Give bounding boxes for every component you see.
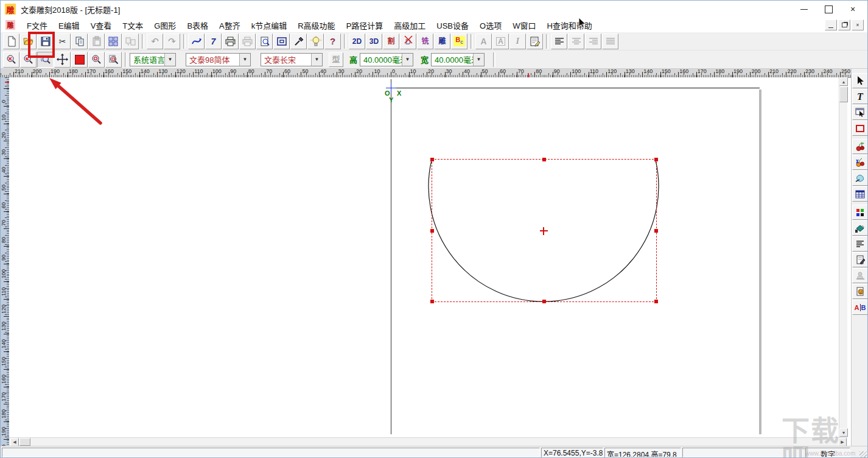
engrave-output-button[interactable]: 雕 (434, 33, 450, 49)
vertical-scroll-thumb[interactable] (839, 86, 848, 102)
menu-item-2[interactable]: V查看 (85, 18, 117, 33)
horizontal-scrollbar[interactable]: ◀ ▶ (9, 437, 847, 446)
print-preview-button[interactable] (256, 33, 273, 49)
rectangle-tool-button[interactable] (852, 121, 868, 136)
type-button[interactable]: 型 (329, 52, 343, 67)
select-tool-button[interactable] (852, 73, 868, 88)
kerning-tool-button[interactable]: AB (852, 300, 868, 315)
minimize-button[interactable] (792, 2, 816, 16)
menu-item-3[interactable]: T文本 (117, 18, 149, 33)
selection-handle[interactable] (430, 300, 434, 303)
color-swatch-button[interactable] (71, 52, 88, 68)
selection-handle[interactable] (654, 158, 658, 161)
shape-tool-button[interactable]: 7 (205, 33, 222, 49)
menu-item-10[interactable]: 高级加工 (388, 18, 431, 33)
chevron-down-icon[interactable]: ▼ (239, 54, 250, 66)
clipart-page-tool-button[interactable] (852, 284, 868, 299)
menu-item-14[interactable]: H查询和帮助 (541, 18, 597, 33)
menu-item-9[interactable]: P路径计算 (341, 18, 389, 33)
align-justify-button[interactable] (602, 33, 618, 49)
menu-item-5[interactable]: B表格 (181, 18, 214, 33)
text-edit-button[interactable] (527, 33, 543, 49)
selection-handle[interactable] (542, 158, 546, 161)
curve-tool-button[interactable] (188, 33, 205, 49)
menu-item-0[interactable]: F文件 (21, 18, 53, 33)
region-select-tool-button[interactable] (852, 171, 868, 186)
mdi-close-button[interactable]: × (852, 19, 864, 30)
cut-output-button[interactable]: 割 (383, 33, 399, 49)
text-art-button[interactable]: A (475, 33, 492, 49)
plot-output-button[interactable] (239, 33, 256, 49)
page-edit-tool-button[interactable] (852, 252, 868, 267)
selection-handle[interactable] (430, 158, 434, 161)
scroll-down-button[interactable]: ▼ (839, 428, 848, 437)
scroll-up-button[interactable]: ▲ (839, 77, 848, 86)
toolpath-2d-button[interactable]: 2D (349, 33, 365, 49)
horizontal-scroll-thumb[interactable] (19, 438, 30, 446)
menu-item-11[interactable]: USB设备 (431, 18, 474, 33)
cut-button[interactable]: ✂ (54, 33, 71, 49)
eyedropper-button[interactable] (290, 33, 307, 49)
array-copy-button[interactable] (105, 33, 122, 49)
menu-item-7[interactable]: k节点编辑 (246, 18, 293, 33)
align-center-button[interactable] (568, 33, 584, 49)
scroll-left-button[interactable]: ◀ (10, 438, 19, 446)
selection-handle[interactable] (430, 229, 434, 233)
color-palette-button[interactable] (852, 205, 868, 220)
menu-item-13[interactable]: W窗口 (507, 18, 541, 33)
stamp-tool-button[interactable] (852, 268, 868, 283)
paste-button[interactable] (88, 33, 105, 49)
node-edit-tool-button[interactable] (852, 105, 868, 120)
close-button[interactable]: × (841, 2, 865, 16)
zoom-object-button[interactable] (88, 52, 105, 68)
selection-handle[interactable] (542, 300, 546, 303)
drawing-canvas[interactable]: O X Y (9, 77, 839, 437)
menu-item-4[interactable]: G图形 (149, 18, 181, 33)
chevron-down-icon[interactable]: ▼ (164, 54, 175, 66)
paragraph-tool-button[interactable] (852, 236, 868, 252)
table-tool-button[interactable] (852, 186, 868, 202)
document-icon[interactable]: 雕 (5, 20, 15, 30)
toolpath-3d-button[interactable]: 3D (366, 33, 382, 49)
vertical-scrollbar[interactable]: ▲ ▼ (839, 77, 847, 437)
mdi-minimize-button[interactable] (825, 19, 837, 30)
menu-item-1[interactable]: E编辑 (53, 18, 85, 33)
save-button[interactable] (37, 33, 54, 49)
font-name-combobox[interactable]: 文泰长宋 ▼ (261, 53, 323, 66)
width-combobox[interactable]: 40.0000毫米 ▼ (431, 53, 485, 66)
undo-button[interactable]: ↶ (147, 33, 163, 49)
mdi-restore-button[interactable] (838, 19, 850, 30)
open-button[interactable] (20, 33, 37, 49)
chevron-down-icon[interactable]: ▼ (473, 54, 484, 66)
zoom-out-button[interactable] (3, 52, 19, 68)
print-button[interactable] (222, 33, 239, 49)
multi-paste-button[interactable] (122, 33, 139, 49)
color-clipart-tool-button[interactable] (852, 155, 868, 170)
align-left-button[interactable] (551, 33, 567, 49)
height-combobox[interactable]: 40.0000毫米 ▼ (360, 53, 413, 66)
maximize-button[interactable] (816, 2, 841, 16)
menu-item-12[interactable]: O选项 (474, 18, 507, 33)
selection-handle[interactable] (654, 229, 658, 233)
text-tool-button[interactable]: T (852, 89, 868, 104)
zoom-page-button[interactable] (105, 52, 122, 68)
menu-item-8[interactable]: R高级功能 (292, 18, 340, 33)
scroll-right-button[interactable]: ▶ (838, 438, 847, 446)
fill-tool-button[interactable] (852, 220, 868, 236)
chevron-down-icon[interactable]: ▼ (402, 54, 413, 66)
italic-button[interactable]: I (509, 33, 526, 49)
align-right-button[interactable] (585, 33, 601, 49)
chevron-down-icon[interactable]: ▼ (311, 54, 322, 66)
help-button[interactable]: ? (324, 33, 341, 49)
cancel-toolpath-button[interactable]: D (400, 33, 416, 49)
pan-button[interactable] (54, 52, 71, 68)
zoom-window-button[interactable] (37, 52, 54, 68)
clipart-tool-button[interactable] (852, 139, 868, 154)
new-document-button[interactable] (3, 33, 19, 49)
mill-button[interactable]: 铣 (417, 33, 433, 49)
zoom-previous-button[interactable] (20, 52, 37, 68)
resize-grip[interactable] (859, 451, 867, 458)
selection-handle[interactable] (654, 300, 658, 303)
tips-button[interactable] (307, 33, 324, 49)
text-frame-button[interactable]: A (492, 33, 509, 49)
